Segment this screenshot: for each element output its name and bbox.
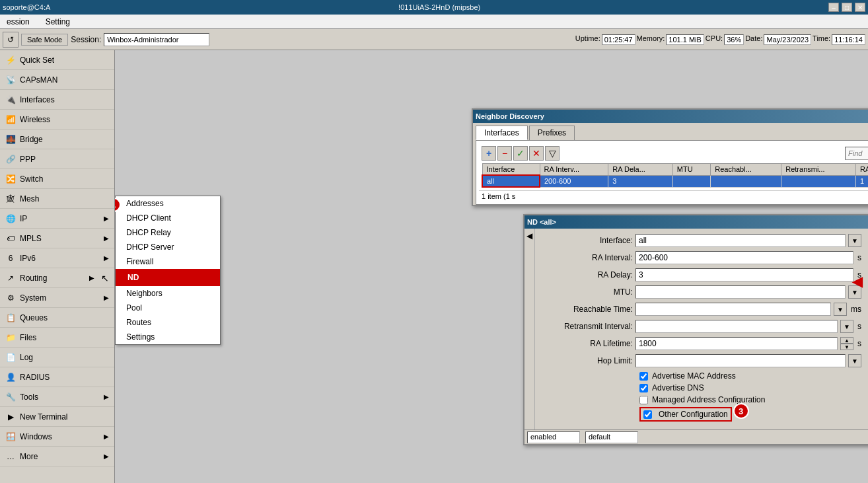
enable-button[interactable]: ✓: [513, 146, 528, 161]
new-terminal-icon: ▶: [5, 412, 16, 422]
maximize-button[interactable]: □: [842, 3, 852, 12]
other-configuration-checkbox[interactable]: [643, 410, 652, 419]
content-area: Addresses DHCP Client DHCP Relay DHCP Se…: [115, 50, 868, 483]
sidebar-label-new-terminal: New Terminal: [20, 412, 67, 422]
retransmit-dropdown-btn[interactable]: ▼: [840, 320, 853, 333]
badge-3: 3: [733, 403, 749, 419]
ra-lifetime-up[interactable]: ▲: [840, 337, 853, 344]
dropdown-dhcp-server[interactable]: DHCP Server: [116, 240, 220, 254]
status-enabled: enabled: [527, 431, 580, 443]
reachable-dropdown-btn[interactable]: ▼: [834, 303, 847, 316]
reachable-time-input[interactable]: [635, 303, 831, 316]
interface-input[interactable]: [635, 234, 846, 247]
queues-icon: 📋: [5, 313, 16, 323]
filter-button[interactable]: ▽: [545, 146, 560, 161]
dropdown-pool[interactable]: Pool: [116, 301, 220, 315]
sidebar-item-tools[interactable]: 🔧 Tools ▶: [0, 387, 114, 407]
neighbor-discovery-window: Neighbor Discovery □ ✕ Interfaces Prefix…: [472, 108, 868, 206]
sidebar-item-ip[interactable]: 🌐 IP ▶: [0, 209, 114, 229]
tab-prefixes[interactable]: Prefixes: [529, 126, 575, 140]
ipv6-arrow: ▶: [104, 254, 109, 262]
advertise-dns-row: Advertise DNS: [639, 383, 861, 392]
sidebar-item-more[interactable]: … More ▶: [0, 447, 114, 466]
ra-lifetime-unit: s: [857, 339, 861, 348]
add-button[interactable]: +: [482, 146, 496, 161]
nd-table: Interface RA Interv... RA Dela... MTU Re…: [482, 163, 868, 188]
tools-arrow: ▶: [104, 393, 109, 400]
refresh-button[interactable]: ↺: [3, 32, 18, 48]
sidebar-label-quick-set: Quick Set: [20, 56, 54, 65]
managed-address-checkbox[interactable]: [639, 396, 648, 404]
nd-all-window: ND <all> □ ✕ ◀ Interface: ▼: [523, 214, 868, 445]
ra-lifetime-down[interactable]: ▼: [840, 344, 853, 350]
nd-all-title-bar[interactable]: ND <all> □ ✕: [524, 215, 868, 229]
col-reachable: Reachabl...: [711, 164, 781, 176]
table-row[interactable]: all 2 200-600 3 1: [482, 175, 868, 187]
sidebar-item-radius[interactable]: 👤 RADIUS: [0, 367, 114, 387]
sidebar-item-mesh[interactable]: 🕸 Mesh: [0, 189, 114, 209]
advertise-mac-checkbox[interactable]: [639, 372, 648, 381]
disable-button[interactable]: ✕: [529, 146, 544, 161]
sidebar-item-switch[interactable]: 🔀 Switch: [0, 169, 114, 189]
sidebar-item-interfaces[interactable]: 🔌 Interfaces: [0, 90, 114, 110]
dropdown-dhcp-client[interactable]: DHCP Client: [116, 211, 220, 225]
session-input[interactable]: [104, 33, 209, 46]
quick-set-icon: ⚡: [5, 55, 16, 65]
dropdown-settings[interactable]: Settings: [116, 330, 220, 344]
ra-lifetime-input[interactable]: [635, 337, 838, 350]
col-ra-li: RA Li ▼: [855, 164, 868, 176]
dropdown-routes[interactable]: Routes: [116, 315, 220, 330]
sidebar-item-system[interactable]: ⚙ System ▶: [0, 288, 114, 308]
hop-limit-dropdown-btn[interactable]: ▼: [848, 354, 861, 367]
ra-interval-input[interactable]: [635, 251, 853, 264]
retransmit-input[interactable]: [635, 320, 838, 333]
tab-interfaces[interactable]: Interfaces: [476, 126, 528, 140]
sidebar-item-files[interactable]: 📁 Files: [0, 328, 114, 348]
interface-dropdown-btn[interactable]: ▼: [848, 234, 861, 247]
advertise-dns-checkbox[interactable]: [639, 384, 648, 392]
menu-session[interactable]: ession: [3, 16, 34, 28]
dropdown-nd[interactable]: ND 1: [116, 269, 220, 286]
sidebar-item-new-terminal[interactable]: ▶ New Terminal: [0, 407, 114, 427]
sidebar-label-more: More: [20, 452, 38, 461]
sidebar-item-log[interactable]: 📄 Log: [0, 348, 114, 367]
ra-delay-input[interactable]: [635, 268, 853, 281]
dropdown-dhcp-relay[interactable]: DHCP Relay: [116, 225, 220, 240]
hop-limit-row: Hop Limit: ▼: [540, 354, 861, 367]
nd-window-title[interactable]: Neighbor Discovery □ ✕: [473, 110, 868, 123]
sidebar-label-log: Log: [20, 353, 33, 362]
sidebar-item-ppp[interactable]: 🔗 PPP: [0, 149, 114, 169]
hop-limit-input[interactable]: [635, 354, 846, 367]
dropdown-neighbors[interactable]: Neighbors: [116, 286, 220, 301]
sidebar-item-wireless[interactable]: 📶 Wireless: [0, 110, 114, 130]
scroll-arrow[interactable]: ◀: [524, 229, 535, 429]
safe-mode-button[interactable]: Safe Mode: [21, 34, 68, 46]
cell-reachable: [711, 175, 781, 187]
remove-button[interactable]: −: [497, 146, 512, 161]
find-input[interactable]: [845, 147, 868, 160]
sidebar-item-quick-set[interactable]: ⚡ Quick Set: [0, 50, 114, 70]
sidebar-item-bridge[interactable]: 🌉 Bridge: [0, 130, 114, 149]
reachable-time-unit: ms: [851, 305, 861, 314]
sidebar-item-routing[interactable]: ↗ Routing ▶ ↖: [0, 268, 114, 288]
switch-icon: 🔀: [5, 174, 16, 184]
mpls-icon: 🏷: [5, 233, 16, 244]
menu-setting[interactable]: Setting: [42, 16, 74, 28]
sidebar-item-mpls[interactable]: 🏷 MPLS ▶: [0, 229, 114, 248]
cell-retransmit: [781, 175, 856, 187]
sidebar-item-windows[interactable]: 🪟 Windows ▶: [0, 427, 114, 447]
sidebar-item-queues[interactable]: 📋 Queues: [0, 308, 114, 328]
wireless-icon: 📶: [5, 114, 16, 125]
dropdown-addresses[interactable]: Addresses: [116, 196, 220, 211]
dropdown-firewall[interactable]: Firewall: [116, 254, 220, 269]
minimize-button[interactable]: –: [828, 3, 839, 12]
col-ra-interval: RA Interv...: [540, 164, 608, 176]
sidebar-item-ipv6[interactable]: 6 IPv6 ▶: [0, 248, 114, 268]
nd-table-container: Interface RA Interv... RA Dela... MTU Re…: [482, 163, 868, 188]
mtu-input[interactable]: [635, 285, 846, 299]
close-button[interactable]: ✕: [855, 3, 865, 12]
sidebar-label-bridge: Bridge: [20, 135, 43, 144]
ra-interval-label: RA Interval:: [540, 253, 633, 262]
sidebar-item-capsman[interactable]: 📡 CAPsMAN: [0, 70, 114, 90]
other-configuration-row: Other Configuration 3: [639, 407, 732, 422]
